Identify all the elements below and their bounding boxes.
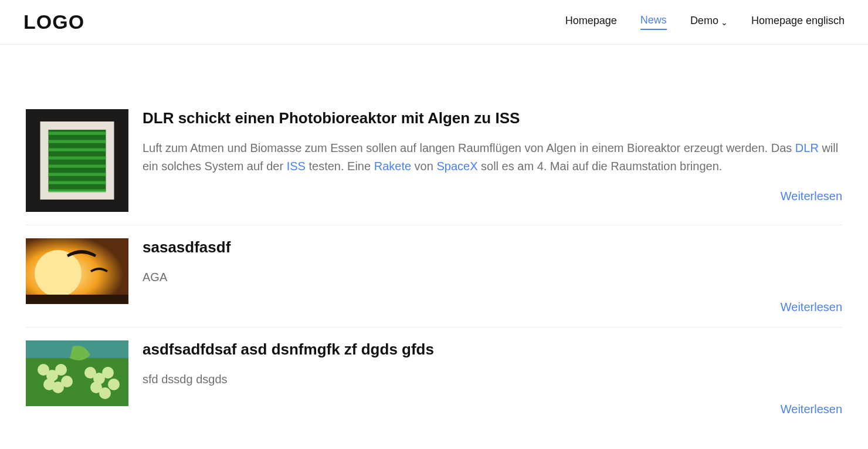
read-more-wrapper: Weiterlesen [143, 403, 842, 416]
excerpt-link[interactable]: SpaceX [436, 160, 477, 173]
nav-item-news[interactable]: News [640, 14, 667, 30]
read-more-link[interactable]: Weiterlesen [781, 403, 842, 416]
svg-point-18 [55, 364, 67, 376]
excerpt-link[interactable]: DLR [795, 141, 819, 154]
read-more-wrapper: Weiterlesen [143, 190, 842, 203]
article-item: DLR schickt einen Photobioreaktor mit Al… [26, 109, 842, 225]
article-item: asdfsadfdsaf asd dsnfmgfk zf dgds gfdssf… [26, 340, 842, 429]
svg-rect-9 [49, 181, 106, 184]
article-excerpt: sfd dssdg dsgds [143, 370, 842, 389]
svg-rect-7 [49, 165, 106, 168]
svg-point-12 [35, 250, 82, 297]
svg-rect-3 [49, 132, 106, 135]
article-thumbnail[interactable] [26, 238, 128, 304]
svg-point-21 [61, 376, 73, 387]
article-content: DLR schickt einen Photobioreaktor mit Al… [143, 109, 842, 212]
read-more-link[interactable]: Weiterlesen [781, 190, 842, 202]
svg-rect-8 [49, 173, 106, 176]
svg-point-24 [102, 367, 114, 379]
nav-link-label: Demo [690, 15, 718, 29]
article-excerpt: AGA [143, 268, 842, 286]
svg-rect-6 [49, 157, 106, 160]
svg-point-26 [99, 387, 111, 399]
article-content: sasasdfasdfAGAWeiterlesen [143, 238, 842, 314]
main-nav: HomepageNewsDemo⌄Homepage englisch [565, 14, 845, 30]
nav-item-homepage[interactable]: Homepage [565, 15, 617, 29]
svg-rect-5 [49, 148, 106, 151]
article-title[interactable]: DLR schickt einen Photobioreaktor mit Al… [143, 109, 842, 127]
excerpt-link[interactable]: ISS [287, 160, 306, 173]
chevron-down-icon: ⌄ [721, 18, 728, 27]
read-more-wrapper: Weiterlesen [143, 301, 842, 314]
svg-rect-4 [49, 140, 106, 143]
article-thumbnail[interactable] [26, 340, 128, 406]
article-content: asdfsadfdsaf asd dsnfmgfk zf dgds gfdssf… [143, 340, 842, 416]
news-list: DLR schickt einen Photobioreaktor mit Al… [12, 45, 856, 449]
article-title[interactable]: asdfsadfdsaf asd dsnfmgfk zf dgds gfds [143, 340, 842, 359]
article-excerpt: Luft zum Atmen und Biomasse zum Essen so… [143, 139, 842, 175]
svg-rect-10 [49, 190, 106, 193]
read-more-link[interactable]: Weiterlesen [781, 301, 842, 313]
article-item: sasasdfasdfAGAWeiterlesen [26, 238, 842, 328]
site-header: LOGO HomepageNewsDemo⌄Homepage englisch [0, 0, 868, 45]
logo[interactable]: LOGO [23, 11, 84, 33]
svg-point-27 [108, 379, 120, 390]
nav-item-demo[interactable]: Demo⌄ [690, 15, 728, 29]
excerpt-link[interactable]: Rakete [374, 160, 411, 173]
nav-item-homepage-englisch[interactable]: Homepage englisch [751, 15, 845, 29]
svg-rect-13 [26, 295, 128, 304]
article-thumbnail[interactable] [26, 109, 128, 212]
article-title[interactable]: sasasdfasdf [143, 238, 842, 256]
